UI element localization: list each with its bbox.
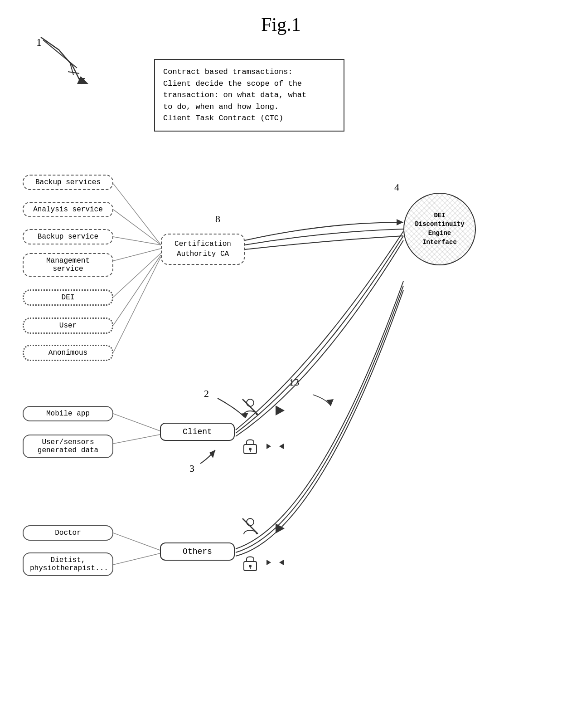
svg-marker-35 (279, 560, 284, 565)
svg-line-9 (113, 253, 161, 297)
lock-icon-client (240, 435, 260, 455)
svg-point-20 (247, 399, 254, 406)
svg-line-19 (113, 553, 160, 565)
service-box-backup-services: Backup services (23, 175, 113, 190)
svg-marker-30 (276, 523, 285, 533)
service-box-mobile-app: Mobile app (23, 406, 113, 421)
svg-line-1 (70, 64, 73, 75)
svg-marker-12 (397, 219, 403, 225)
service-box-management-service: Managementservice (23, 253, 113, 277)
svg-line-5 (113, 184, 161, 245)
svg-line-6 (113, 210, 161, 245)
svg-line-18 (113, 533, 160, 550)
service-box-analysis-service: Analysis service (23, 202, 113, 217)
service-box-dei: DEI (23, 289, 113, 306)
svg-marker-16 (326, 399, 334, 406)
service-box-anonimous: Anonimous (23, 345, 113, 361)
service-box-user: User (23, 318, 113, 334)
lr-arrows-others[interactable] (266, 557, 284, 570)
svg-point-28 (247, 518, 254, 526)
svg-line-0 (43, 40, 77, 68)
svg-marker-17 (209, 450, 215, 458)
svg-marker-22 (276, 406, 285, 415)
service-box-dietist: Dietist,physiotherapist... (23, 552, 113, 576)
svg-marker-4 (78, 78, 85, 84)
svg-line-2 (68, 72, 79, 73)
svg-line-13 (113, 414, 160, 431)
svg-line-7 (113, 237, 161, 245)
lr-arrows-client[interactable] (266, 441, 284, 454)
ref-number-3: 3 (189, 463, 194, 474)
service-box-user-sensors: User/sensorsgenerated data (23, 435, 113, 458)
svg-point-32 (249, 565, 252, 567)
play-button-client[interactable] (272, 403, 287, 420)
svg-marker-26 (266, 444, 271, 449)
others-box: Others (160, 542, 235, 561)
svg-marker-34 (266, 560, 271, 565)
play-button-others[interactable] (272, 521, 287, 538)
info-box: Contract based tramsactions: Client deci… (154, 59, 344, 132)
ref-number-13: 13 (289, 376, 299, 388)
svg-marker-27 (279, 444, 284, 449)
service-box-backup-service: Backup service (23, 229, 113, 244)
svg-line-8 (113, 249, 161, 261)
client-box: Client (160, 423, 235, 441)
service-box-doctor: Doctor (23, 525, 113, 541)
ref-number-1: 1 (36, 36, 42, 49)
person-slash-icon-others (240, 516, 260, 536)
info-box-text: Contract based tramsactions: Client deci… (163, 68, 306, 122)
svg-line-10 (113, 255, 161, 325)
fig-title: Fig.1 (0, 0, 562, 35)
svg-marker-3 (77, 76, 88, 84)
ref-number-4: 4 (394, 181, 399, 193)
svg-line-14 (113, 435, 160, 444)
cert-authority-box: CertificationAuthority CA (161, 234, 245, 265)
ref-number-8: 8 (215, 213, 220, 225)
svg-line-11 (113, 257, 161, 352)
person-slash-icon-client (240, 397, 260, 417)
lock-icon-others (240, 552, 260, 572)
ref-number-2: 2 (204, 388, 209, 400)
dei-circle: DEIDiscontinuityEngineInterface (403, 193, 476, 265)
svg-point-24 (249, 448, 252, 450)
